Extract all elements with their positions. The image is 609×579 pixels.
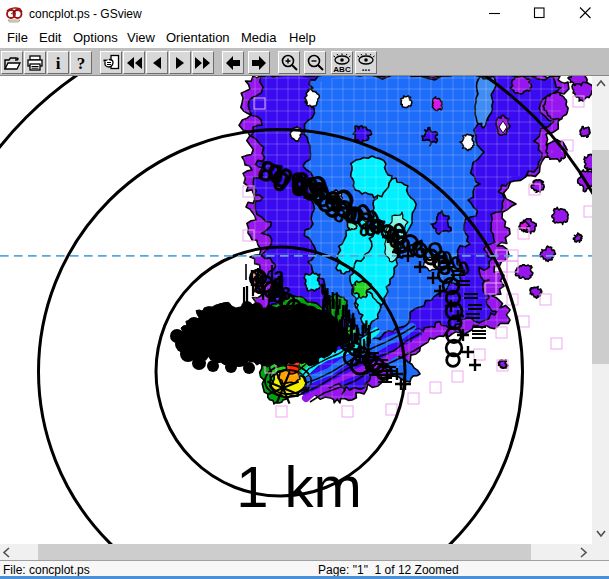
svg-text:ABC: ABC — [333, 65, 351, 73]
svg-text:1 km: 1 km — [236, 454, 362, 519]
svg-text:?: ? — [77, 54, 86, 73]
svg-text:i: i — [56, 54, 61, 73]
svg-text:...: ... — [362, 62, 371, 73]
